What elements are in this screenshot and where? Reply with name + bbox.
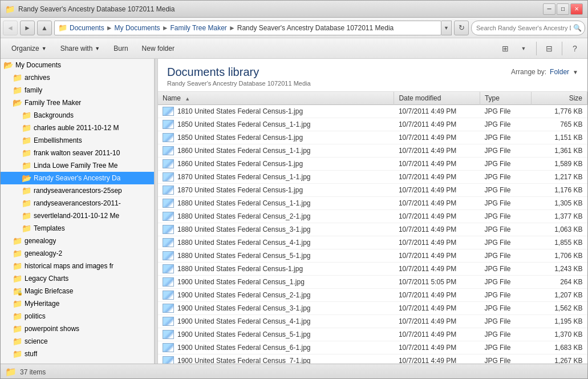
table-row[interactable]: 1860 United States Federal Census-1.jpg1…: [158, 158, 587, 171]
file-date-18: 10/7/2011 4:49 PM: [394, 341, 480, 354]
col-header-date[interactable]: Date modified: [394, 92, 480, 105]
table-row[interactable]: 1810 United States Federal Census-1.jpg1…: [158, 105, 587, 118]
file-size-10: 1,855 KB: [532, 236, 587, 249]
table-row[interactable]: 1870 United States Federal Census_1-1.jp…: [158, 171, 587, 184]
share-with-button[interactable]: Share with ▼: [54, 41, 107, 57]
file-thumbnail: [163, 107, 174, 116]
sidebar-item-randy-seaver-ancestry[interactable]: 📂Randy Seaver's Ancestry Da: [1, 172, 154, 184]
table-row[interactable]: 1870 United States Federal Census-1.jpg1…: [158, 184, 587, 197]
sidebar-item-randyseaverancestors-2011[interactable]: 📁randyseaverancestors-2011-: [1, 197, 154, 209]
up-button[interactable]: ▲: [37, 21, 52, 35]
file-type-5: JPG File: [480, 171, 531, 184]
sidebar-item-politics[interactable]: 📁politics: [1, 310, 154, 322]
toolbar-separator-2: [562, 42, 562, 55]
file-name-text: 1900 United States Federal Census_5-1.jp…: [177, 330, 310, 338]
file-type-15: JPG File: [480, 302, 531, 315]
table-row[interactable]: 1880 United States Federal Census_4-1.jp…: [158, 236, 587, 249]
breadcrumb-documents[interactable]: Documents: [70, 24, 104, 32]
sidebar-item-charles-auble[interactable]: 📁charles auble 2011-10-12 M: [1, 122, 154, 134]
sidebar-item-historical-maps[interactable]: 📁historical maps and images fr: [1, 260, 154, 272]
sidebar-item-label-embellishments: Embellishments: [34, 136, 82, 144]
breadcrumb-family-tree-maker[interactable]: Family Tree Maker: [171, 24, 227, 32]
file-type-10: JPG File: [480, 236, 531, 249]
arrange-dropdown-icon[interactable]: ▼: [573, 69, 578, 75]
file-name-5: 1870 United States Federal Census_1-1.jp…: [158, 171, 394, 184]
search-icon[interactable]: 🔍: [573, 24, 582, 32]
table-row[interactable]: 1900 United States Federal Census_6-1.jp…: [158, 341, 587, 354]
burn-button[interactable]: Burn: [107, 41, 134, 57]
file-thumbnail: [163, 356, 174, 364]
file-size-1: 765 KB: [532, 118, 587, 131]
back-button[interactable]: ◄: [3, 21, 18, 35]
sidebar-item-powerpoint-shows[interactable]: 📁powerpoint shows: [1, 322, 154, 335]
file-thumbnail: [163, 186, 174, 195]
breadcrumb-current: Randy Seaver's Ancestry Database 1072011…: [237, 24, 394, 32]
toolbar-right: ⊞ ▼ ⊟ ?: [497, 41, 583, 57]
sidebar-item-stuff[interactable]: 📁stuff: [1, 348, 154, 360]
sidebar-item-label-severtleland: severtleland-2011-10-12 Me: [34, 212, 119, 220]
col-header-name[interactable]: Name ▲: [158, 92, 394, 105]
col-header-size[interactable]: Size: [532, 92, 587, 105]
organize-button[interactable]: Organize ▼: [5, 41, 53, 57]
sidebar-item-archives[interactable]: 📁archives: [1, 71, 154, 84]
file-size-12: 1,243 KB: [532, 263, 587, 276]
refresh-button[interactable]: ↻: [454, 21, 469, 35]
sort-arrow-name: ▲: [185, 96, 190, 102]
sidebar-item-randyseaverancestors-25sep[interactable]: 📁randyseaverancestors-25sep: [1, 184, 154, 197]
minimize-button[interactable]: ─: [543, 3, 555, 15]
file-name-19: 1900 United States Federal Census_7-1.jp…: [158, 354, 394, 364]
sidebar-item-frank-walton[interactable]: 📁frank walton seaver 2011-10: [1, 147, 154, 159]
sidebar-item-genealogy[interactable]: 📁genealogy: [1, 235, 154, 247]
table-row[interactable]: 1900 United States Federal Census_4-1.jp…: [158, 315, 587, 328]
search-input[interactable]: [471, 21, 585, 35]
table-row[interactable]: 1880 United States Federal Census_2-1.jp…: [158, 210, 587, 223]
file-name-text: 1870 United States Federal Census_1-1.jp…: [177, 173, 310, 181]
view-dropdown-button[interactable]: ▼: [516, 41, 532, 57]
sidebar-item-label-magic-briefcase: Magic Briefcase: [25, 287, 73, 295]
sidebar-item-my-documents[interactable]: 📂My Documents: [1, 59, 154, 71]
sidebar-item-magic-briefcase[interactable]: 📁🔒Magic Briefcase: [1, 285, 154, 297]
table-row[interactable]: 1880 United States Federal Census_5-1.jp…: [158, 249, 587, 263]
file-name-7: 1880 United States Federal Census_1-1.jp…: [158, 197, 394, 210]
sidebar-item-science[interactable]: 📁science: [1, 335, 154, 348]
file-date-6: 10/7/2011 4:49 PM: [394, 184, 480, 197]
table-row[interactable]: 1900 United States Federal Census_3-1.jp…: [158, 302, 587, 315]
table-row[interactable]: 1850 United States Federal Census_1-1.jp…: [158, 118, 587, 131]
folder-icon-family: 📁: [12, 86, 22, 95]
file-size-14: 1,207 KB: [532, 289, 587, 302]
sidebar-item-backgrounds[interactable]: 📁Backgrounds: [1, 109, 154, 122]
breadcrumb-my-documents[interactable]: My Documents: [115, 24, 160, 32]
sidebar-item-linda-lowe[interactable]: 📁Linda Lowe Family Tree Me: [1, 159, 154, 172]
view-toggle-button[interactable]: ⊞: [497, 41, 513, 57]
table-row[interactable]: 1860 United States Federal Census_1-1.jp…: [158, 144, 587, 158]
file-type-1: JPG File: [480, 118, 531, 131]
sidebar-item-legacy-charts[interactable]: 📁Legacy Charts: [1, 272, 154, 285]
help-button[interactable]: ?: [567, 41, 583, 57]
preview-pane-button[interactable]: ⊟: [541, 41, 557, 57]
table-row[interactable]: 1850 United States Federal Census-1.jpg1…: [158, 131, 587, 144]
table-row[interactable]: 1880 United States Federal Census_3-1.jp…: [158, 223, 587, 236]
maximize-button[interactable]: □: [557, 3, 569, 15]
folder-icon-genealogy: 📁: [12, 236, 22, 245]
forward-button[interactable]: ►: [20, 21, 35, 35]
table-row[interactable]: 1900 United States Federal Census_2-1.jp…: [158, 289, 587, 302]
table-row[interactable]: 1900 United States Federal Census_7-1.jp…: [158, 354, 587, 364]
sidebar-item-templates[interactable]: 📁Templates: [1, 222, 154, 235]
address-path[interactable]: 📁 Documents ► My Documents ► Family Tree…: [54, 21, 441, 35]
table-row[interactable]: 1880 United States Federal Census-1.jpg1…: [158, 263, 587, 276]
col-header-type[interactable]: Type: [480, 92, 531, 105]
sidebar-item-myheritage[interactable]: 📁MyHeritage: [1, 297, 154, 310]
new-folder-button[interactable]: New folder: [136, 41, 181, 57]
close-button[interactable]: ✕: [570, 3, 583, 15]
sidebar-item-embellishments[interactable]: 📁Embellishments: [1, 134, 154, 147]
sidebar-item-family-tree-maker[interactable]: 📂Family Tree Maker: [1, 96, 154, 109]
table-row[interactable]: 1900 United States Federal Census_5-1.jp…: [158, 328, 587, 341]
sidebar-item-severtleland[interactable]: 📁severtleland-2011-10-12 Me: [1, 209, 154, 222]
table-row[interactable]: 1880 United States Federal Census_1-1.jp…: [158, 197, 587, 210]
sidebar-item-family[interactable]: 📁family: [1, 84, 154, 96]
folder-icon-historical-maps: 📁: [12, 261, 22, 271]
address-dropdown-button[interactable]: ▼: [441, 21, 452, 35]
table-row[interactable]: 1900 United States Federal Census_1.jpg1…: [158, 276, 587, 289]
sidebar-item-genealogy-2[interactable]: 📁genealogy-2: [1, 247, 154, 260]
arrange-by-folder-link[interactable]: Folder: [550, 68, 569, 76]
